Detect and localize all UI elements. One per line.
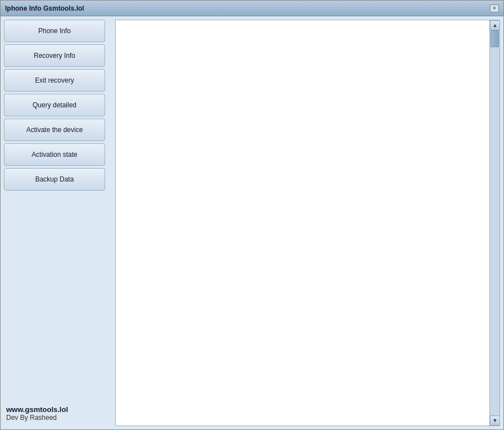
scroll-down-arrow[interactable]: ▼ bbox=[490, 415, 500, 426]
footer-dev: Dev By Rasheed bbox=[6, 414, 112, 422]
phone-info-button[interactable]: Phone Info bbox=[4, 20, 105, 42]
window-body: Phone InfoRecovery InfoExit recoveryQuer… bbox=[1, 16, 503, 429]
sidebar: Phone InfoRecovery InfoExit recoveryQuer… bbox=[4, 20, 112, 426]
title-bar: Iphone Info Gsmtools.lol × bbox=[1, 1, 503, 16]
activation-state-button[interactable]: Activation state bbox=[4, 143, 105, 166]
sidebar-footer: www.gsmtools.lol Dev By Rasheed bbox=[4, 405, 112, 426]
content-area: ▲ ▼ bbox=[115, 20, 500, 426]
scroll-track bbox=[490, 30, 500, 415]
query-detailed-button[interactable]: Query detailed bbox=[4, 94, 105, 116]
backup-data-button[interactable]: Backup Data bbox=[4, 168, 105, 191]
sidebar-buttons: Phone InfoRecovery InfoExit recoveryQuer… bbox=[4, 20, 112, 191]
scroll-up-arrow[interactable]: ▲ bbox=[490, 20, 500, 30]
activate-device-button[interactable]: Activate the device bbox=[4, 119, 105, 141]
recovery-info-button[interactable]: Recovery Info bbox=[4, 44, 105, 67]
output-textarea[interactable] bbox=[116, 20, 489, 44]
content-inner bbox=[116, 20, 489, 426]
exit-recovery-button[interactable]: Exit recovery bbox=[4, 69, 105, 92]
main-window: Iphone Info Gsmtools.lol × Phone InfoRec… bbox=[0, 0, 504, 430]
footer-url: www.gsmtools.lol bbox=[6, 405, 112, 414]
scrollbar[interactable]: ▲ ▼ bbox=[489, 20, 500, 426]
scroll-thumb[interactable] bbox=[491, 30, 499, 47]
close-button[interactable]: × bbox=[490, 4, 499, 12]
window-title: Iphone Info Gsmtools.lol bbox=[5, 4, 84, 12]
